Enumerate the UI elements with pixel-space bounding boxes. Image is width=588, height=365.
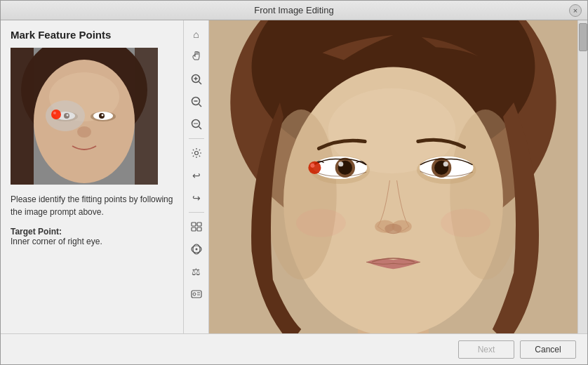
svg-point-57 [443, 161, 448, 166]
main-content: Mark Feature Points [1, 20, 587, 333]
image-area[interactable] [209, 20, 577, 333]
zoom-fit-tool[interactable] [187, 114, 206, 134]
svg-point-37 [193, 293, 196, 296]
section-title: Mark Feature Points [11, 29, 173, 41]
window-title: Front Image Editing [254, 5, 333, 15]
svg-point-61 [296, 208, 346, 237]
svg-rect-14 [135, 48, 158, 185]
cancel-button[interactable]: Cancel [520, 340, 576, 359]
edit-tool[interactable] [187, 239, 206, 259]
svg-rect-31 [192, 227, 196, 231]
home-tool[interactable]: ⌂ [187, 25, 206, 44]
svg-point-53 [338, 161, 343, 166]
svg-line-23 [199, 105, 201, 107]
separator-2 [189, 212, 204, 213]
toolbar: ⌂ [184, 20, 209, 333]
svg-line-26 [199, 127, 201, 130]
close-button[interactable]: × [569, 4, 582, 17]
svg-point-28 [194, 152, 198, 155]
target-point-value: Inner corner of right eye. [11, 237, 173, 246]
settings-tool[interactable] [187, 143, 206, 163]
zoom-out-tool[interactable] [187, 92, 206, 112]
svg-rect-30 [197, 223, 201, 226]
footer: Next Cancel [1, 333, 587, 364]
svg-line-19 [199, 82, 201, 85]
svg-point-11 [102, 114, 104, 117]
grid-tool[interactable] [187, 217, 206, 237]
hand-tool[interactable] [187, 47, 206, 67]
main-window: Front Image Editing × Mark Feature Point… [0, 0, 588, 365]
instructions-text: Please identify the fitting points by fo… [11, 193, 173, 218]
scrollbar[interactable] [577, 20, 587, 333]
svg-point-64 [310, 164, 314, 168]
next-button[interactable]: Next [458, 340, 514, 359]
svg-point-62 [441, 208, 490, 237]
svg-point-17 [53, 112, 56, 114]
face-image-svg [209, 20, 577, 333]
title-bar: Front Image Editing × [1, 1, 587, 20]
redo-tool[interactable]: ↪ [187, 188, 206, 208]
right-section: ⌂ [183, 20, 587, 333]
svg-point-63 [308, 161, 321, 174]
scroll-thumb[interactable] [579, 23, 587, 51]
svg-rect-29 [192, 223, 196, 226]
svg-rect-32 [197, 227, 201, 231]
id-tool[interactable] [187, 284, 206, 304]
svg-point-35 [195, 248, 197, 251]
thumbnail-face-svg [11, 48, 158, 185]
svg-rect-13 [11, 48, 34, 185]
svg-point-60 [385, 224, 401, 234]
separator-1 [189, 138, 204, 139]
zoom-in-tool[interactable] [187, 69, 206, 89]
left-panel: Mark Feature Points [1, 20, 183, 333]
svg-point-16 [51, 109, 61, 119]
balance-tool[interactable]: ⚖ [187, 262, 206, 281]
thumbnail-container [11, 48, 158, 185]
undo-tool[interactable]: ↩ [187, 166, 206, 185]
target-point-label: Target Point: [11, 227, 173, 237]
svg-point-12 [77, 126, 91, 138]
